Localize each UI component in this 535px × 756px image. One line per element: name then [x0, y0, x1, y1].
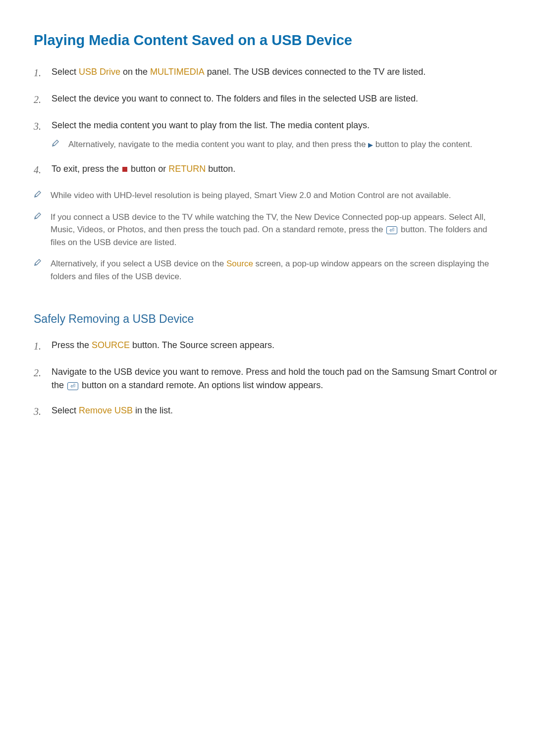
- steps-list-1: 1. Select USB Drive on the MULTIMEDIA pa…: [34, 65, 501, 178]
- step-text: in the list.: [133, 405, 173, 415]
- highlight-return: RETURN: [168, 164, 206, 174]
- pencil-icon: [34, 258, 51, 284]
- highlight-usb-drive: USB Drive: [79, 67, 120, 77]
- note-item: Alternatively, if you select a USB devic…: [34, 257, 501, 283]
- step-text: button. The Source screen appears.: [130, 340, 274, 350]
- note-text-segment: Alternatively, if you select a USB devic…: [51, 259, 226, 268]
- note-item: While video with UHD-level resolution is…: [34, 189, 501, 202]
- step-text: on the: [120, 67, 150, 77]
- page-title: Playing Media Content Saved on a USB Dev…: [34, 30, 501, 51]
- step-body: Select USB Drive on the MULTIMEDIA panel…: [52, 65, 501, 80]
- step-text: Select the media content you want to pla…: [52, 120, 370, 130]
- step-item: 4. To exit, press the button or RETURN b…: [34, 162, 501, 177]
- note-text: While video with UHD-level resolution is…: [51, 189, 501, 202]
- step-item: 3. Select Remove USB in the list.: [34, 404, 501, 419]
- step-number: 3.: [34, 119, 52, 151]
- enter-icon: ⏎: [386, 226, 397, 234]
- step-number: 1.: [34, 339, 52, 353]
- step-text: button or: [128, 164, 168, 174]
- step-item: 3. Select the media content you want to …: [34, 119, 501, 151]
- note-text-segment: Alternatively, navigate to the media con…: [68, 140, 368, 149]
- note-text: Alternatively, navigate to the media con…: [68, 138, 501, 151]
- note-item: If you connect a USB device to the TV wh…: [34, 211, 501, 249]
- highlight-source-btn: SOURCE: [92, 340, 130, 350]
- step-number: 2.: [34, 92, 52, 107]
- step-text: panel. The USB devices connected to the …: [205, 67, 426, 77]
- step-body: Select the device you want to connect to…: [52, 92, 501, 107]
- highlight-source: Source: [226, 259, 253, 268]
- step-text: Press the: [52, 340, 92, 350]
- step-body: Select the media content you want to pla…: [52, 119, 501, 151]
- pencil-icon: [34, 190, 51, 203]
- step-item: 2. Select the device you want to connect…: [34, 92, 501, 107]
- pencil-icon: [34, 212, 51, 250]
- section-title: Safely Removing a USB Device: [34, 310, 501, 328]
- step-number: 3.: [34, 404, 52, 419]
- step-body: Press the SOURCE button. The Source scre…: [52, 339, 501, 353]
- note-text-segment: button to play the content.: [373, 140, 472, 149]
- step-body: To exit, press the button or RETURN butt…: [52, 162, 501, 177]
- step-note: Alternatively, navigate to the media con…: [52, 138, 501, 151]
- play-icon: ▶: [368, 140, 373, 150]
- note-text: Alternatively, if you select a USB devic…: [51, 257, 501, 283]
- step-body: Navigate to the USB device you want to r…: [52, 365, 501, 392]
- step-body: Select Remove USB in the list.: [52, 404, 501, 419]
- step-number: 4.: [34, 162, 52, 177]
- step-number: 1.: [34, 65, 52, 80]
- step-item: 1. Select USB Drive on the MULTIMEDIA pa…: [34, 65, 501, 80]
- steps-list-2: 1. Press the SOURCE button. The Source s…: [34, 339, 501, 419]
- step-text: button on a standard remote. An options …: [79, 380, 323, 390]
- step-text: Select: [52, 67, 79, 77]
- step-item: 1. Press the SOURCE button. The Source s…: [34, 339, 501, 353]
- step-text: Select: [52, 405, 79, 415]
- note-text: If you connect a USB device to the TV wh…: [51, 211, 501, 249]
- pencil-icon: [52, 139, 68, 152]
- step-item: 2. Navigate to the USB device you want t…: [34, 365, 501, 392]
- step-text: To exit, press the: [52, 164, 121, 174]
- stop-icon: [122, 167, 127, 172]
- highlight-multimedia: MULTIMEDIA: [150, 67, 205, 77]
- enter-icon: ⏎: [67, 382, 78, 390]
- step-text: button.: [206, 164, 235, 174]
- step-number: 2.: [34, 365, 52, 392]
- highlight-remove-usb: Remove USB: [79, 405, 133, 415]
- notes-list: While video with UHD-level resolution is…: [34, 189, 501, 283]
